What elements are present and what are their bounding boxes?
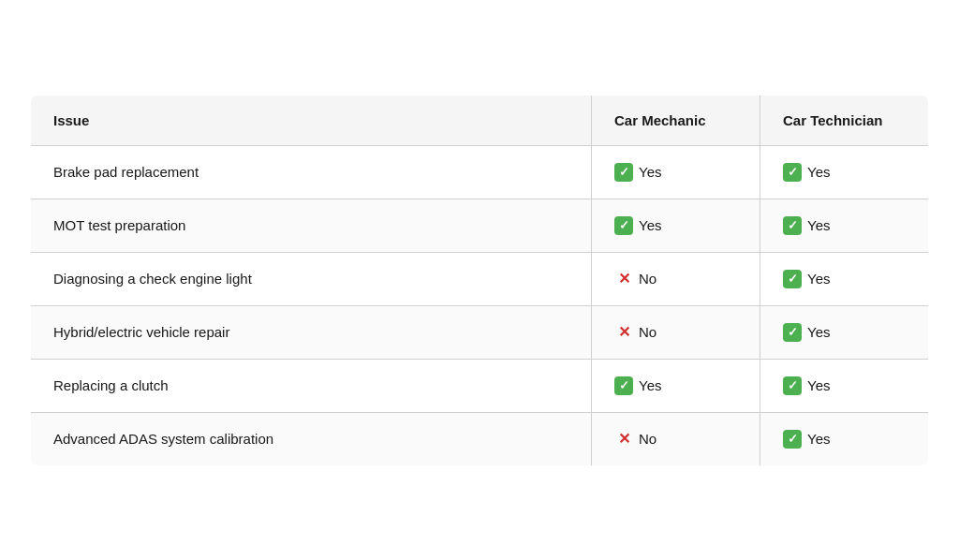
cell-mechanic: ✓ Yes	[592, 199, 760, 252]
yes-cell: ✓ Yes	[614, 376, 737, 395]
cell-technician: ✓ Yes	[760, 305, 929, 359]
yes-cell: ✓ Yes	[783, 163, 906, 182]
yes-cell: ✓ Yes	[783, 323, 906, 342]
cell-mechanic: ✓ Yes	[592, 145, 760, 199]
cell-issue: Hybrid/electric vehicle repair	[31, 305, 592, 359]
no-icon: ✕	[614, 323, 633, 342]
no-icon: ✕	[614, 270, 633, 288]
yes-cell: ✓ Yes	[614, 163, 737, 182]
yes-label: Yes	[807, 431, 830, 447]
no-label: No	[639, 271, 657, 287]
yes-cell: ✓ Yes	[783, 270, 906, 288]
cell-technician: ✓ Yes	[760, 145, 929, 199]
yes-icon: ✓	[783, 270, 802, 288]
yes-label: Yes	[639, 217, 661, 233]
yes-icon: ✓	[614, 163, 633, 182]
yes-cell: ✓ Yes	[614, 216, 737, 235]
table-row: Diagnosing a check engine light ✕ No ✓ Y…	[31, 252, 929, 305]
yes-label: Yes	[807, 217, 830, 233]
cell-issue: Advanced ADAS system calibration	[31, 412, 592, 465]
no-label: No	[639, 431, 657, 447]
yes-label: Yes	[807, 324, 830, 340]
header-technician: Car Technician	[760, 95, 929, 145]
yes-label: Yes	[639, 377, 661, 393]
cell-technician: ✓ Yes	[760, 359, 929, 412]
table-header-row: Issue Car Mechanic Car Technician	[31, 95, 929, 145]
yes-icon: ✓	[783, 376, 802, 395]
cell-issue: Replacing a clutch	[31, 359, 592, 412]
table-row: MOT test preparation ✓ Yes ✓ Yes	[31, 199, 929, 252]
cell-mechanic: ✕ No	[592, 305, 760, 359]
no-cell: ✕ No	[614, 430, 737, 449]
cell-technician: ✓ Yes	[760, 252, 929, 305]
comparison-table: Issue Car Mechanic Car Technician Brake …	[30, 95, 929, 466]
table-row: Brake pad replacement ✓ Yes ✓ Yes	[31, 145, 929, 199]
table-row: Replacing a clutch ✓ Yes ✓ Yes	[31, 359, 929, 412]
cell-issue: Brake pad replacement	[31, 145, 592, 199]
yes-icon: ✓	[614, 216, 633, 235]
yes-icon: ✓	[783, 216, 802, 235]
yes-label: Yes	[639, 164, 661, 180]
no-cell: ✕ No	[614, 270, 737, 288]
cell-issue: MOT test preparation	[31, 199, 592, 252]
yes-label: Yes	[807, 377, 830, 393]
table-row: Hybrid/electric vehicle repair ✕ No ✓ Ye…	[31, 305, 929, 359]
yes-icon: ✓	[783, 430, 802, 449]
cell-mechanic: ✓ Yes	[592, 359, 760, 412]
cell-mechanic: ✕ No	[592, 252, 760, 305]
no-icon: ✕	[614, 430, 633, 449]
cell-technician: ✓ Yes	[760, 199, 929, 252]
yes-icon: ✓	[614, 376, 633, 395]
yes-icon: ✓	[783, 323, 802, 342]
table-row: Advanced ADAS system calibration ✕ No ✓ …	[31, 412, 929, 465]
yes-cell: ✓ Yes	[783, 216, 906, 235]
no-label: No	[639, 324, 657, 340]
cell-issue: Diagnosing a check engine light	[31, 252, 592, 305]
yes-icon: ✓	[783, 163, 802, 182]
yes-label: Yes	[807, 271, 830, 287]
header-issue: Issue	[31, 95, 592, 145]
cell-mechanic: ✕ No	[592, 412, 760, 465]
no-cell: ✕ No	[614, 323, 737, 342]
yes-cell: ✓ Yes	[783, 376, 906, 395]
yes-label: Yes	[807, 164, 830, 180]
cell-technician: ✓ Yes	[760, 412, 929, 465]
yes-cell: ✓ Yes	[783, 430, 906, 449]
header-mechanic: Car Mechanic	[592, 95, 760, 145]
